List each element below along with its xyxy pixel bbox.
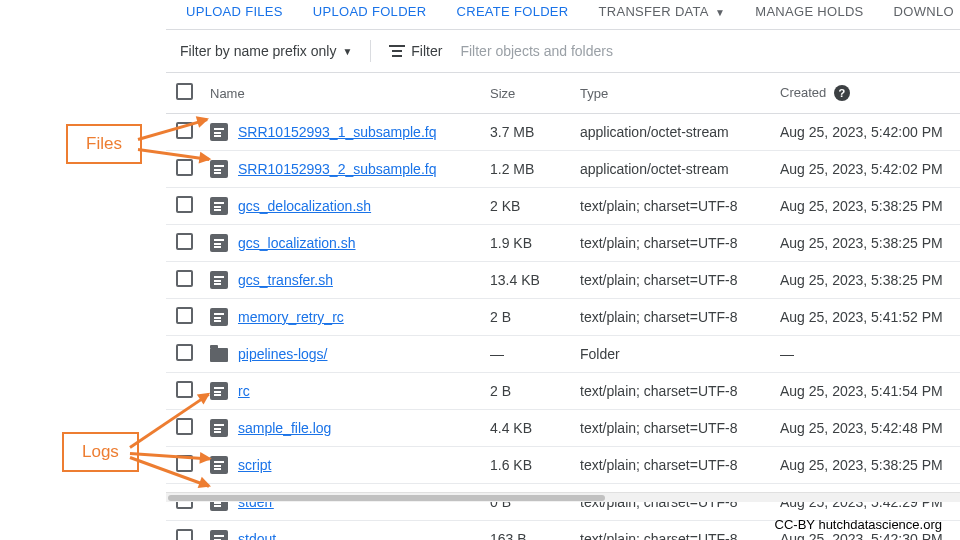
filter-button[interactable]: Filter [389, 43, 442, 59]
help-icon[interactable]: ? [834, 85, 850, 101]
chevron-down-icon: ▼ [715, 7, 725, 18]
cell-created: Aug 25, 2023, 5:42:29 PM [772, 484, 960, 521]
table-row: script1.6 KBtext/plain; charset=UTF-8Aug… [166, 447, 960, 484]
manage-holds-button[interactable]: MANAGE HOLDS [755, 4, 863, 19]
filter-label: Filter [411, 43, 442, 59]
action-toolbar: UPLOAD FILES UPLOAD FOLDER CREATE FOLDER… [166, 0, 960, 30]
object-link[interactable]: SRR10152993_1_subsample.fq [238, 124, 436, 140]
file-icon [210, 197, 228, 215]
cell-type: text/plain; charset=UTF-8 [572, 188, 772, 225]
row-checkbox[interactable] [176, 196, 193, 213]
cell-size: 2 KB [482, 188, 572, 225]
cell-created: Aug 25, 2023, 5:38:25 PM [772, 262, 960, 299]
row-checkbox[interactable] [176, 529, 193, 540]
object-link[interactable]: pipelines-logs/ [238, 346, 328, 362]
transfer-data-label: TRANSFER DATA [599, 4, 709, 19]
cell-created: Aug 25, 2023, 5:38:25 PM [772, 447, 960, 484]
table-row: gcs_delocalization.sh2 KBtext/plain; cha… [166, 188, 960, 225]
table-row: rc2 Btext/plain; charset=UTF-8Aug 25, 20… [166, 373, 960, 410]
cell-size: 2 B [482, 373, 572, 410]
cell-size: 0 B [482, 484, 572, 521]
cell-created: Aug 25, 2023, 5:41:52 PM [772, 299, 960, 336]
cell-type: text/plain; charset=UTF-8 [572, 299, 772, 336]
cell-size: 1.9 KB [482, 225, 572, 262]
object-link[interactable]: gcs_localization.sh [238, 235, 356, 251]
row-checkbox[interactable] [176, 418, 193, 435]
file-icon [210, 123, 228, 141]
object-link[interactable]: memory_retry_rc [238, 309, 344, 325]
object-link[interactable]: stdout [238, 531, 276, 540]
cell-size: — [482, 336, 572, 373]
table-row: stderr0 Btext/plain; charset=UTF-8Aug 25… [166, 484, 960, 521]
horizontal-scrollbar[interactable] [166, 492, 960, 502]
chevron-down-icon: ▼ [342, 46, 352, 57]
row-checkbox[interactable] [176, 270, 193, 287]
cell-size: 1.6 KB [482, 447, 572, 484]
object-link[interactable]: sample_file.log [238, 420, 331, 436]
table-row: SRR10152993_2_subsample.fq1.2 MBapplicat… [166, 151, 960, 188]
filter-mode-label: Filter by name prefix only [180, 43, 336, 59]
column-header-size[interactable]: Size [482, 73, 572, 114]
column-header-created[interactable]: Created ? [772, 73, 960, 114]
cell-type: text/plain; charset=UTF-8 [572, 484, 772, 521]
cell-created: Aug 25, 2023, 5:38:25 PM [772, 225, 960, 262]
annotation-logs: Logs [62, 432, 139, 472]
table-row: SRR10152993_1_subsample.fq3.7 MBapplicat… [166, 114, 960, 151]
upload-folder-button[interactable]: UPLOAD FOLDER [313, 4, 427, 19]
cell-type: text/plain; charset=UTF-8 [572, 447, 772, 484]
object-link[interactable]: gcs_delocalization.sh [238, 198, 371, 214]
file-icon [210, 160, 228, 178]
filter-icon [389, 45, 405, 57]
table-row: memory_retry_rc2 Btext/plain; charset=UT… [166, 299, 960, 336]
cell-created: — [772, 336, 960, 373]
cell-type: text/plain; charset=UTF-8 [572, 225, 772, 262]
row-checkbox[interactable] [176, 344, 193, 361]
cell-type: text/plain; charset=UTF-8 [572, 373, 772, 410]
cell-type: application/octet-stream [572, 114, 772, 151]
cell-size: 3.7 MB [482, 114, 572, 151]
object-link[interactable]: script [238, 457, 271, 473]
cell-created: Aug 25, 2023, 5:38:25 PM [772, 188, 960, 225]
row-checkbox[interactable] [176, 159, 193, 176]
column-header-type[interactable]: Type [572, 73, 772, 114]
filter-bar: Filter by name prefix only ▼ Filter [166, 30, 960, 73]
cell-size: 4.4 KB [482, 410, 572, 447]
cell-type: application/octet-stream [572, 151, 772, 188]
object-link[interactable]: SRR10152993_2_subsample.fq [238, 161, 436, 177]
row-checkbox[interactable] [176, 233, 193, 250]
transfer-data-button[interactable]: TRANSFER DATA ▼ [599, 4, 726, 19]
filter-mode-dropdown[interactable]: Filter by name prefix only ▼ [180, 43, 352, 59]
file-icon [210, 308, 228, 326]
row-checkbox[interactable] [176, 381, 193, 398]
column-header-created-label: Created [780, 85, 826, 100]
attribution-text: CC-BY hutchdatascience.org [775, 517, 942, 532]
bucket-browser: UPLOAD FILES UPLOAD FOLDER CREATE FOLDER… [166, 0, 960, 540]
file-icon [210, 271, 228, 289]
select-all-checkbox[interactable] [176, 83, 193, 100]
cell-size: 13.4 KB [482, 262, 572, 299]
object-link[interactable]: rc [238, 383, 250, 399]
filter-input[interactable] [460, 43, 946, 59]
cell-size: 1.2 MB [482, 151, 572, 188]
cell-type: text/plain; charset=UTF-8 [572, 262, 772, 299]
cell-created: Aug 25, 2023, 5:42:48 PM [772, 410, 960, 447]
objects-table: Name Size Type Created ? SRR10152993_1_s… [166, 73, 960, 540]
create-folder-button[interactable]: CREATE FOLDER [457, 4, 569, 19]
divider [370, 40, 371, 62]
table-row: pipelines-logs/—Folder— [166, 336, 960, 373]
column-header-name[interactable]: Name [202, 73, 482, 114]
row-checkbox[interactable] [176, 307, 193, 324]
table-row: sample_file.log4.4 KBtext/plain; charset… [166, 410, 960, 447]
cell-type: text/plain; charset=UTF-8 [572, 410, 772, 447]
cell-size: 2 B [482, 299, 572, 336]
table-row: gcs_transfer.sh13.4 KBtext/plain; charse… [166, 262, 960, 299]
file-icon [210, 234, 228, 252]
table-row: gcs_localization.sh1.9 KBtext/plain; cha… [166, 225, 960, 262]
file-icon [210, 456, 228, 474]
cell-created: Aug 25, 2023, 5:41:54 PM [772, 373, 960, 410]
upload-files-button[interactable]: UPLOAD FILES [186, 4, 283, 19]
annotation-files: Files [66, 124, 142, 164]
download-button[interactable]: DOWNLO [894, 4, 954, 19]
folder-icon [210, 348, 228, 362]
object-link[interactable]: gcs_transfer.sh [238, 272, 333, 288]
